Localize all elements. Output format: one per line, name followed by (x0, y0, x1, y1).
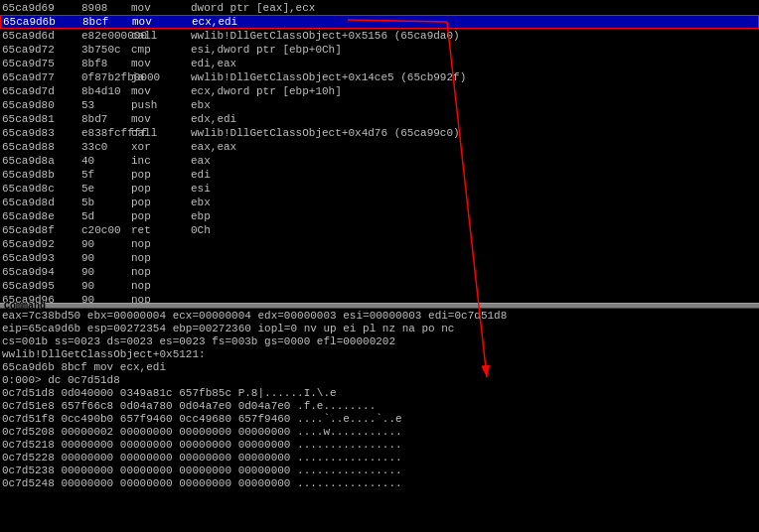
disasm-operands: ebp (191, 210, 757, 222)
disasm-row[interactable]: 65ca9d9390nop (0, 251, 759, 265)
disasm-mnemonic: nop (131, 266, 191, 278)
disasm-bytes: 8bd7 (81, 113, 131, 125)
disasm-mnemonic: mov (132, 16, 192, 28)
disasm-row[interactable]: 65ca9d9590nop (0, 279, 759, 293)
disasm-row[interactable]: 65ca9d9690nop (0, 293, 759, 303)
disasm-mnemonic: xor (131, 141, 191, 153)
disasm-row[interactable]: 65ca9d8e5dpopebp (0, 209, 759, 223)
disasm-row[interactable]: 65ca9d8833c0xoreax,eax (0, 140, 759, 154)
disasm-row[interactable]: 65ca9d818bd7movedx,edi (0, 112, 759, 126)
disasm-row[interactable]: 65ca9d723b750ccmpesi,dword ptr [ebp+0Ch] (0, 43, 759, 57)
disasm-addr: 65ca9d77 (2, 71, 81, 83)
disasm-bytes: 5e (81, 183, 131, 195)
disasm-row[interactable]: 65ca9d6de82e000000callwwlib!DllGetClassO… (0, 29, 759, 43)
command-line: eip=65ca9d6b esp=00272354 ebp=00272360 i… (2, 323, 757, 335)
disasm-bytes: 90 (81, 252, 131, 264)
disasm-addr: 65ca9d6d (2, 30, 81, 42)
disasm-row[interactable]: 65ca9d9290nop (0, 237, 759, 251)
disasm-bytes: 90 (81, 294, 131, 303)
main-container: 65ca9d698908movdword ptr [eax],ecx65ca9d… (0, 0, 759, 532)
command-line: 0:000> dc 0c7d51d8 (2, 374, 757, 387)
disasm-bytes: 33c0 (81, 141, 131, 153)
disasm-mnemonic: pop (131, 197, 191, 208)
command-line: 0c7d5238 00000000 00000000 00000000 0000… (2, 465, 757, 477)
disasm-addr: 65ca9d8b (2, 169, 81, 181)
disasm-bytes: 0f87b2fb0000 (81, 71, 131, 83)
command-line: eax=7c38bd50 ebx=00000004 ecx=00000004 e… (2, 310, 757, 323)
disasm-row[interactable]: 65ca9d8d5bpopebx (0, 196, 759, 209)
disasm-mnemonic: mov (131, 113, 191, 125)
command-line: 0c7d5248 00000000 00000000 00000000 0000… (2, 477, 757, 490)
disasm-addr: 65ca9d8f (2, 224, 81, 236)
disasm-mnemonic: pop (131, 210, 191, 222)
command-line: cs=001b ss=0023 ds=0023 es=0023 fs=003b … (2, 335, 757, 348)
disasm-row[interactable]: 65ca9d8fc20c00ret0Ch (0, 223, 759, 237)
disasm-row[interactable]: 65ca9d770f87b2fb0000jawwlib!DllGetClassO… (0, 70, 759, 84)
disasm-operands: 0Ch (191, 224, 757, 236)
command-line: 0c7d5228 00000000 00000000 00000000 0000… (2, 452, 757, 465)
command-line: 0c7d5208 00000002 00000000 00000000 0000… (2, 426, 757, 439)
disasm-mnemonic: call (131, 30, 191, 42)
disasm-bytes: 90 (81, 280, 131, 292)
disasm-mnemonic: nop (131, 294, 191, 303)
disasm-operands: edi (191, 169, 757, 181)
disasm-bytes: c20c00 (81, 224, 131, 236)
disasm-bytes: 90 (81, 238, 131, 250)
disasm-addr: 65ca9d83 (2, 127, 81, 139)
disasm-bytes: 90 (81, 266, 131, 278)
disasm-addr: 65ca9d72 (2, 44, 81, 56)
disasm-addr: 65ca9d88 (2, 141, 81, 153)
disasm-bytes: e82e000000 (81, 30, 131, 42)
disasm-row[interactable]: 65ca9d6b8bcfmovecx,edi (0, 15, 759, 29)
disasm-row[interactable]: 65ca9d698908movdword ptr [eax],ecx (0, 1, 759, 15)
disasm-addr: 65ca9d8c (2, 183, 81, 195)
disasm-addr: 65ca9d94 (2, 266, 81, 278)
command-panel: eax=7c38bd50 ebx=00000004 ecx=00000004 e… (0, 309, 759, 532)
disasm-mnemonic: nop (131, 252, 191, 264)
disasm-row[interactable]: 65ca9d8053pushebx (0, 98, 759, 112)
disasm-operands: wwlib!DllGetClassObject+0x5156 (65ca9da0… (191, 30, 757, 42)
disasm-addr: 65ca9d75 (2, 58, 81, 69)
disasm-bytes: 8bf8 (81, 58, 131, 69)
disasm-mnemonic: mov (131, 58, 191, 69)
disasm-row[interactable]: 65ca9d83e838fcffffcallwwlib!DllGetClassO… (0, 126, 759, 140)
command-line: 0c7d51e8 657f66c8 0d04a780 0d04a7e0 0d04… (2, 400, 757, 413)
disasm-addr: 65ca9d8a (2, 155, 81, 167)
disasm-addr: 65ca9d81 (2, 113, 81, 125)
disasm-mnemonic: pop (131, 169, 191, 181)
disasm-addr: 65ca9d8d (2, 197, 81, 208)
disasm-addr: 65ca9d6b (3, 16, 82, 28)
disasm-operands: eax,eax (191, 141, 757, 153)
disasm-mnemonic: call (131, 127, 191, 139)
disasm-mnemonic: mov (131, 2, 191, 14)
disasm-mnemonic: mov (131, 85, 191, 97)
disasm-operands: ebx (191, 197, 757, 208)
disasm-row[interactable]: 65ca9d9490nop (0, 265, 759, 279)
disasm-bytes: 8b4d10 (81, 85, 131, 97)
disasm-bytes: 40 (81, 155, 131, 167)
disasm-bytes: 5b (81, 197, 131, 208)
disasm-addr: 65ca9d80 (2, 99, 81, 111)
disasm-bytes: e838fcffff (81, 127, 131, 139)
disasm-operands: eax (191, 155, 757, 167)
disasm-addr: 65ca9d92 (2, 238, 81, 250)
disasm-bytes: 3b750c (81, 44, 131, 56)
disasm-row[interactable]: 65ca9d8a40inceax (0, 154, 759, 168)
disasm-addr: 65ca9d93 (2, 252, 81, 264)
disasm-mnemonic: nop (131, 280, 191, 292)
disasm-mnemonic: inc (131, 155, 191, 167)
command-line: 0c7d5218 00000000 00000000 00000000 0000… (2, 439, 757, 452)
disasm-operands: edx,edi (191, 113, 757, 125)
disasm-operands: ecx,edi (192, 16, 756, 28)
disasm-row[interactable]: 65ca9d8b5fpopedi (0, 168, 759, 182)
disasm-operands: wwlib!DllGetClassObject+0x14ce5 (65cb992… (191, 71, 757, 83)
disasm-row[interactable]: 65ca9d7d8b4d10movecx,dword ptr [ebp+10h] (0, 84, 759, 98)
disasm-row[interactable]: 65ca9d758bf8movedi,eax (0, 57, 759, 70)
disasm-addr: 65ca9d8e (2, 210, 81, 222)
disasm-row[interactable]: 65ca9d8c5epopesi (0, 182, 759, 196)
disasm-operands: ebx (191, 99, 757, 111)
disasm-mnemonic: nop (131, 238, 191, 250)
command-line: 65ca9d6b 8bcf mov ecx,edi (2, 361, 757, 374)
disasm-addr: 65ca9d95 (2, 280, 81, 292)
disasm-bytes: 53 (81, 99, 131, 111)
